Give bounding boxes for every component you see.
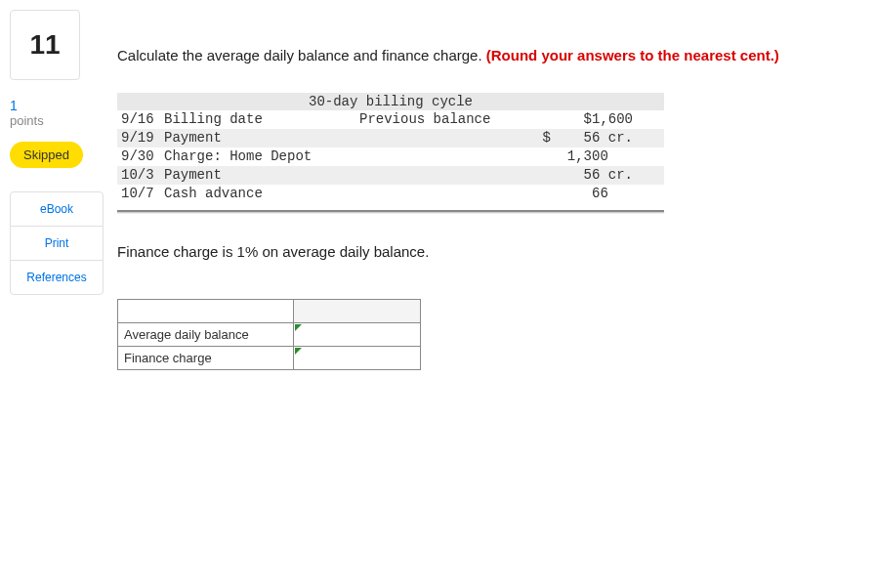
ledger-divider bbox=[117, 210, 664, 214]
attempt-number: 1 bbox=[10, 98, 107, 113]
ledger-date: 9/30 bbox=[121, 147, 164, 166]
sidebar: 11 1 points Skipped eBook Print Referenc… bbox=[10, 10, 107, 295]
references-link[interactable]: References bbox=[11, 261, 103, 294]
answer-header-blank bbox=[118, 300, 294, 323]
answer-row: Average daily balance bbox=[118, 323, 421, 347]
ledger-date: 9/16 bbox=[121, 110, 164, 129]
input-indicator-icon bbox=[295, 348, 302, 355]
answer-input-cell bbox=[294, 347, 421, 370]
print-link[interactable]: Print bbox=[11, 227, 103, 261]
answer-label: Finance charge bbox=[118, 347, 294, 370]
ledger-desc: Charge: Home Depot bbox=[164, 147, 359, 166]
question-prompt: Calculate the average daily balance and … bbox=[117, 47, 840, 63]
prompt-text: Calculate the average daily balance and … bbox=[117, 47, 486, 63]
ledger-row: 10/3 Payment 56 cr. bbox=[117, 166, 664, 185]
average-daily-balance-input[interactable] bbox=[294, 323, 420, 346]
ledger-date: 9/19 bbox=[121, 129, 164, 147]
ledger-note bbox=[359, 147, 506, 166]
ledger-amount: 56 cr. bbox=[506, 166, 643, 185]
ledger-amount: $1,600 bbox=[506, 110, 643, 129]
ledger-row: 9/19 Payment $ 56 cr. bbox=[117, 129, 664, 147]
ledger-note: Previous balance bbox=[359, 110, 506, 129]
finance-charge-input[interactable] bbox=[294, 347, 420, 369]
ledger-amount: 1,300 bbox=[506, 147, 643, 166]
ledger-note bbox=[359, 185, 506, 203]
answer-label: Average daily balance bbox=[118, 323, 294, 347]
ledger-desc: Payment bbox=[164, 129, 359, 147]
points-label: points bbox=[10, 113, 107, 128]
ledger-amount: 66 bbox=[506, 185, 643, 203]
ledger-row: 10/7 Cash advance 66 bbox=[117, 185, 664, 203]
ledger-table: 30-day billing cycle 9/16 Billing date P… bbox=[117, 93, 664, 202]
ledger-note bbox=[359, 129, 506, 147]
prompt-emphasis: (Round your answers to the nearest cent.… bbox=[486, 47, 779, 63]
ledger-date: 10/3 bbox=[121, 166, 164, 185]
ledger-amount: $ 56 cr. bbox=[506, 129, 643, 147]
question-number: 11 bbox=[29, 29, 60, 61]
ledger-desc: Billing date bbox=[164, 110, 359, 129]
ledger-desc: Payment bbox=[164, 166, 359, 185]
ledger-row: 9/16 Billing date Previous balance $1,60… bbox=[117, 110, 664, 129]
status-badge: Skipped bbox=[10, 142, 83, 168]
answer-table: Average daily balance Finance charge bbox=[117, 299, 421, 370]
ledger-row: 9/30 Charge: Home Depot 1,300 bbox=[117, 147, 664, 166]
finance-note: Finance charge is 1% on average daily ba… bbox=[117, 243, 840, 260]
answer-row: Finance charge bbox=[118, 347, 421, 370]
resource-links: eBook Print References bbox=[10, 191, 104, 295]
answer-header-cell bbox=[294, 300, 421, 323]
ledger-title: 30-day billing cycle bbox=[117, 93, 664, 110]
answer-header-row bbox=[118, 300, 421, 323]
input-indicator-icon bbox=[295, 324, 302, 331]
main-content: Calculate the average daily balance and … bbox=[117, 47, 840, 370]
ledger-date: 10/7 bbox=[121, 185, 164, 203]
ledger-desc: Cash advance bbox=[164, 185, 359, 203]
question-number-box: 11 bbox=[10, 10, 80, 80]
ledger-note bbox=[359, 166, 506, 185]
answer-input-cell bbox=[294, 323, 421, 347]
ebook-link[interactable]: eBook bbox=[11, 192, 103, 227]
